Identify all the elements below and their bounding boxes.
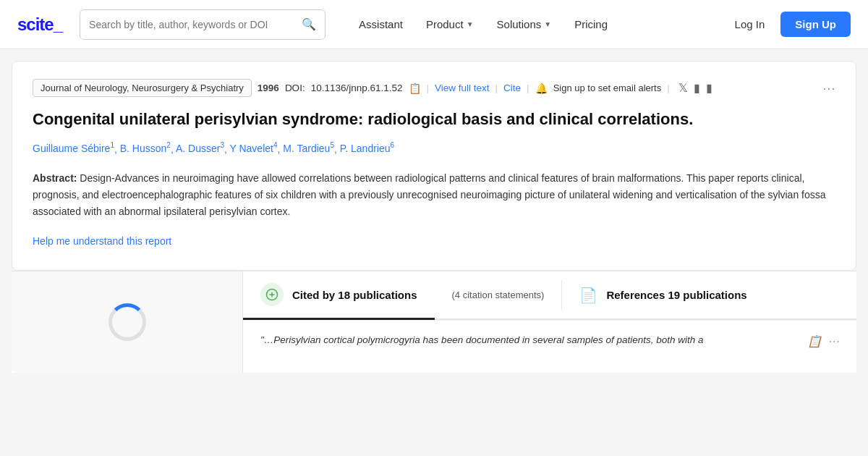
left-panel [12, 271, 243, 373]
author-4[interactable]: M. Tardieu5 [283, 143, 334, 154]
author-5[interactable]: P. Landrieu6 [340, 143, 394, 154]
author-1[interactable]: B. Husson2 [120, 143, 171, 154]
linkedin-icon[interactable]: ▮ [706, 81, 712, 95]
logo[interactable]: scite_ [17, 14, 62, 35]
alert-text: Sign up to set email alerts [553, 83, 662, 93]
loading-spinner [109, 303, 146, 341]
tab-references[interactable]: 📄 References 19 publications [562, 271, 764, 318]
nav-item-solutions[interactable]: Solutions ▼ [487, 12, 562, 36]
tab-citation-statements[interactable]: (4 citation statements) [435, 271, 562, 320]
chevron-down-icon: ▼ [544, 20, 551, 28]
paper-title: Congenital unilateral perisylvian syndro… [33, 109, 835, 130]
quote-actions: 📋 ⋯ [807, 332, 839, 351]
journal-name: Journal of Neurology, Neurosurgery & Psy… [33, 79, 252, 97]
search-bar: 🔍 [80, 9, 326, 40]
cite-link[interactable]: Cite [503, 83, 521, 93]
chevron-down-icon: ▼ [467, 20, 474, 28]
right-panel: Cited by 18 publications (4 citation sta… [243, 271, 856, 373]
nav-item-assistant[interactable]: Assistant [349, 12, 413, 36]
abstract: Abstract: Design-Advances in neuroimagin… [33, 170, 835, 220]
copy-quote-icon[interactable]: 📋 [807, 332, 822, 351]
login-button[interactable]: Log In [722, 12, 778, 36]
twitter-icon[interactable]: 𝕏 [678, 81, 688, 95]
references-icon: 📄 [579, 287, 597, 304]
navbar: scite_ 🔍 Assistant Product ▼ Solutions ▼… [0, 0, 868, 49]
references-label: References 19 publications [606, 289, 746, 301]
doi-label: DOI: [285, 83, 305, 93]
facebook-icon[interactable]: ▮ [694, 81, 700, 95]
nav-links: Assistant Product ▼ Solutions ▼ Pricing … [349, 12, 851, 37]
paper-card: Journal of Neurology, Neurosurgery & Psy… [12, 61, 856, 271]
bottom-section: Cited by 18 publications (4 citation sta… [12, 271, 856, 373]
author-2[interactable]: A. Dusser3 [176, 143, 224, 154]
more-quote-icon[interactable]: ⋯ [827, 332, 839, 351]
citation-statements-label: (4 citation statements) [452, 290, 545, 300]
nav-item-product[interactable]: Product ▼ [416, 12, 484, 36]
doi-value: 10.1136/jnnp.61.1.52 [311, 83, 403, 93]
nav-item-pricing[interactable]: Pricing [564, 12, 618, 36]
social-icons: 𝕏 ▮ ▮ [678, 81, 712, 95]
copy-icon[interactable]: 📋 [409, 83, 421, 94]
quote-text: "…Perisylvian cortical polymicrogyria ha… [260, 332, 799, 348]
tab-cited-by[interactable]: Cited by 18 publications [243, 271, 435, 320]
tabs-row: Cited by 18 publications (4 citation sta… [243, 271, 856, 320]
view-full-text-link[interactable]: View full text [435, 83, 490, 93]
more-options-icon[interactable]: ⋯ [822, 80, 835, 96]
author-0[interactable]: Guillaume Sébire1 [33, 143, 114, 154]
publication-year: 1996 [258, 83, 279, 93]
search-icon[interactable]: 🔍 [302, 17, 316, 31]
content-area: Journal of Neurology, Neurosurgery & Psy… [0, 49, 868, 373]
author-3[interactable]: Y Navelet4 [229, 143, 277, 154]
signup-button[interactable]: Sign Up [780, 12, 851, 37]
bell-icon: 🔔 [535, 83, 548, 94]
cited-by-label: Cited by 18 publications [292, 289, 417, 301]
search-input[interactable] [89, 19, 302, 30]
quote-preview: "…Perisylvian cortical polymicrogyria ha… [243, 320, 856, 363]
meta-bar: Journal of Neurology, Neurosurgery & Psy… [33, 79, 835, 97]
cited-by-icon [260, 283, 284, 306]
help-understand-link[interactable]: Help me understand this report [33, 235, 171, 247]
authors-list: Guillaume Sébire1, B. Husson2, A. Dusser… [33, 140, 835, 157]
